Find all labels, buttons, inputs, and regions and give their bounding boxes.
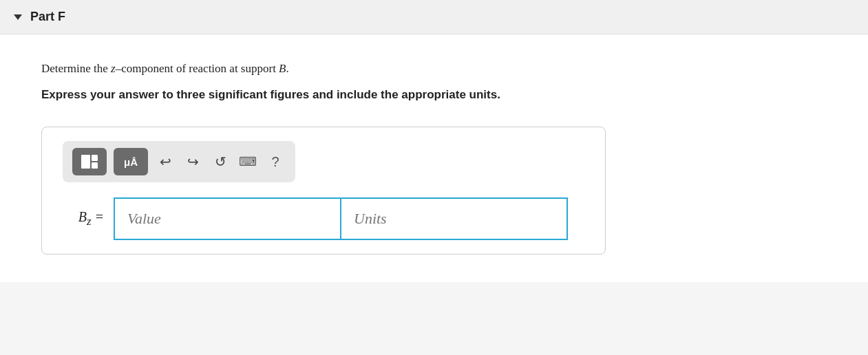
mu-angstrom-label: μÅ bbox=[124, 156, 138, 168]
units-input[interactable] bbox=[341, 197, 568, 240]
redo-icon: ↪ bbox=[187, 153, 199, 170]
matrix-icon bbox=[80, 152, 99, 171]
help-icon: ? bbox=[271, 154, 279, 170]
problem-statement: Determine the z–component of reaction at… bbox=[41, 62, 827, 76]
z-italic: z bbox=[111, 62, 116, 75]
answer-container: μÅ ↩ ↪ ↺ ⌨ bbox=[41, 127, 606, 255]
part-title: Part F bbox=[30, 10, 65, 24]
keyboard-button[interactable]: ⌨ bbox=[237, 151, 258, 172]
svg-rect-0 bbox=[81, 155, 90, 169]
page-wrapper: Part F Determine the z–component of reac… bbox=[0, 0, 868, 355]
variable-label: Bz = bbox=[63, 209, 104, 228]
svg-rect-2 bbox=[92, 162, 98, 169]
undo-icon: ↩ bbox=[160, 153, 171, 170]
toolbar: μÅ ↩ ↪ ↺ ⌨ bbox=[63, 141, 295, 182]
undo-button[interactable]: ↩ bbox=[155, 151, 176, 172]
content-area: Determine the z–component of reaction at… bbox=[0, 34, 868, 282]
svg-rect-1 bbox=[92, 155, 98, 161]
refresh-button[interactable]: ↺ bbox=[210, 151, 231, 172]
support-B: B bbox=[279, 62, 286, 75]
value-input[interactable] bbox=[114, 197, 341, 240]
keyboard-icon: ⌨ bbox=[239, 154, 257, 169]
matrix-button[interactable] bbox=[72, 148, 107, 175]
refresh-icon: ↺ bbox=[215, 153, 226, 170]
mu-angstrom-button[interactable]: μÅ bbox=[114, 148, 148, 175]
input-row: Bz = bbox=[63, 197, 584, 240]
bold-instruction: Express your answer to three significant… bbox=[41, 88, 827, 102]
redo-button[interactable]: ↪ bbox=[182, 151, 203, 172]
part-header: Part F bbox=[0, 0, 868, 34]
help-button[interactable]: ? bbox=[265, 151, 286, 172]
chevron-down-icon[interactable] bbox=[14, 14, 22, 20]
